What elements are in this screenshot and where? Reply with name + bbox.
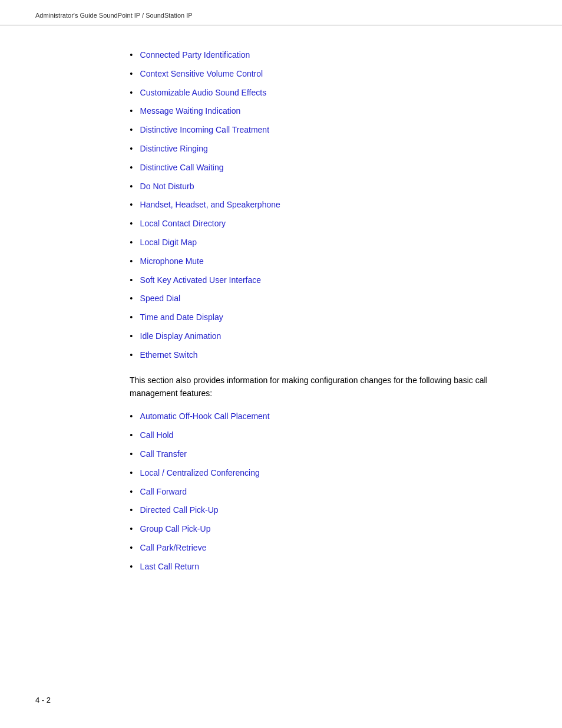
feature-link[interactable]: Soft Key Activated User Interface — [140, 274, 261, 286]
list-item: •Call Forward — [130, 486, 527, 499]
list-item: •Soft Key Activated User Interface — [130, 274, 527, 287]
bullet-icon: • — [130, 350, 133, 362]
bullet-icon: • — [130, 561, 133, 574]
feature-link[interactable]: Local Digit Map — [140, 236, 197, 249]
bullet-icon: • — [130, 68, 133, 81]
feature-link[interactable]: Do Not Disturb — [140, 180, 194, 193]
bullet-icon: • — [130, 542, 133, 555]
feature-link[interactable]: Group Call Pick-Up — [140, 523, 211, 535]
bullet-icon: • — [130, 467, 133, 480]
bullet-icon: • — [130, 293, 133, 305]
list-item: •Handset, Headset, and Speakerphone — [130, 199, 527, 212]
feature-link[interactable]: Speed Dial — [140, 292, 181, 305]
list-item: •Distinctive Incoming Call Treatment — [130, 124, 527, 137]
bullet-icon: • — [130, 199, 133, 212]
content-area: •Connected Party Identification•Context … — [0, 43, 562, 621]
list-item: •Group Call Pick-Up — [130, 523, 527, 536]
bullet-icon: • — [130, 124, 133, 137]
feature-link[interactable]: Distinctive Call Waiting — [140, 162, 224, 174]
bullet-icon: • — [130, 87, 133, 100]
bullet-icon: • — [130, 143, 133, 156]
feature-link[interactable]: Call Transfer — [140, 448, 187, 460]
feature-list-1: •Connected Party Identification•Context … — [130, 49, 527, 362]
bullet-icon: • — [130, 162, 133, 174]
bullet-icon: • — [130, 50, 133, 62]
feature-link[interactable]: Message Waiting Indication — [140, 105, 241, 117]
feature-link[interactable]: Directed Call Pick-Up — [140, 504, 219, 516]
bullet-icon: • — [130, 411, 133, 423]
list-item: •Context Sensitive Volume Control — [130, 68, 527, 81]
feature-link[interactable]: Time and Date Display — [140, 311, 223, 324]
list-item: •Connected Party Identification — [130, 49, 527, 62]
list-item: •Do Not Disturb — [130, 180, 527, 193]
page-header: Administrator's Guide SoundPoint IP / So… — [0, 0, 562, 25]
feature-link[interactable]: Automatic Off-Hook Call Placement — [140, 410, 270, 423]
list-item: •Local Digit Map — [130, 236, 527, 249]
feature-link[interactable]: Handset, Headset, and Speakerphone — [140, 199, 280, 211]
bullet-icon: • — [130, 106, 133, 118]
list-item: •Local / Centralized Conferencing — [130, 467, 527, 480]
list-item: •Distinctive Call Waiting — [130, 162, 527, 174]
list-item: •Customizable Audio Sound Effects — [130, 87, 527, 100]
intro-paragraph: This section also provides information f… — [130, 374, 527, 400]
header-text: Administrator's Guide SoundPoint IP / So… — [35, 12, 193, 19]
bullet-icon: • — [130, 331, 133, 343]
bullet-icon: • — [130, 486, 133, 499]
bullet-icon: • — [130, 505, 133, 517]
list-item: •Directed Call Pick-Up — [130, 504, 527, 517]
feature-link[interactable]: Context Sensitive Volume Control — [140, 68, 263, 80]
list-item: •Idle Display Animation — [130, 330, 527, 343]
feature-link[interactable]: Call Forward — [140, 486, 187, 498]
list-item: •Call Park/Retrieve — [130, 542, 527, 555]
feature-link[interactable]: Customizable Audio Sound Effects — [140, 87, 267, 99]
bullet-icon: • — [130, 430, 133, 442]
bullet-icon: • — [130, 181, 133, 193]
page-container: Administrator's Guide SoundPoint IP / So… — [0, 0, 562, 728]
bullet-icon: • — [130, 523, 133, 536]
feature-link[interactable]: Distinctive Incoming Call Treatment — [140, 124, 269, 136]
page-number: 4 - 2 — [35, 696, 51, 704]
list-item: •Ethernet Switch — [130, 349, 527, 362]
bullet-icon: • — [130, 256, 133, 268]
feature-link[interactable]: Connected Party Identification — [140, 49, 250, 61]
bullet-icon: • — [130, 312, 133, 324]
feature-link[interactable]: Ethernet Switch — [140, 349, 198, 361]
feature-link[interactable]: Distinctive Ringing — [140, 143, 208, 155]
list-item: •Message Waiting Indication — [130, 105, 527, 118]
list-item: •Call Hold — [130, 429, 527, 442]
list-item: •Call Transfer — [130, 448, 527, 461]
list-item: •Automatic Off-Hook Call Placement — [130, 410, 527, 423]
list-item: •Microphone Mute — [130, 255, 527, 268]
feature-link[interactable]: Call Park/Retrieve — [140, 542, 207, 554]
feature-link[interactable]: Local Contact Directory — [140, 218, 226, 230]
list-item: •Local Contact Directory — [130, 218, 527, 230]
list-item: •Distinctive Ringing — [130, 143, 527, 156]
list-item: •Time and Date Display — [130, 311, 527, 324]
bullet-icon: • — [130, 449, 133, 461]
feature-link[interactable]: Call Hold — [140, 429, 174, 442]
feature-link[interactable]: Local / Centralized Conferencing — [140, 467, 260, 479]
bullet-icon: • — [130, 275, 133, 287]
feature-list-2: •Automatic Off-Hook Call Placement•Call … — [130, 410, 527, 573]
bullet-icon: • — [130, 218, 133, 230]
feature-link[interactable]: Microphone Mute — [140, 255, 204, 268]
list-item: •Last Call Return — [130, 561, 527, 574]
feature-link[interactable]: Idle Display Animation — [140, 330, 222, 342]
bullet-icon: • — [130, 237, 133, 249]
list-item: •Speed Dial — [130, 292, 527, 305]
feature-link[interactable]: Last Call Return — [140, 561, 199, 573]
